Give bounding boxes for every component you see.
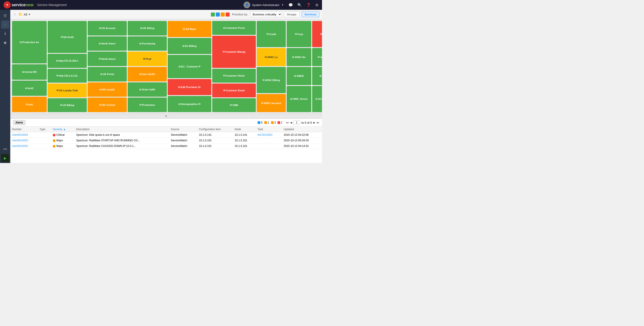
tile-amea-1[interactable]: ⛁AMEA (287, 67, 311, 85)
legend-blue-dot (258, 121, 260, 124)
tile-10-linear-cis[interactable]: ⛁10 Linear Cis (312, 86, 322, 112)
tile-apac-do[interactable]: ⛁APAC Do (287, 48, 311, 66)
tile-test2[interactable]: ⛁test2 (12, 81, 47, 96)
toolbar-right: Prioritize by: Business criticality Grou… (211, 12, 319, 17)
tile-apac-cu[interactable]: ⛁APAC Cu (312, 48, 322, 66)
tile-north-ameri-2[interactable]: ⛁North Ameri (88, 52, 127, 66)
tile-credit[interactable]: ⛁Credit (257, 21, 286, 47)
chat-icon[interactable]: 💬 (288, 3, 293, 7)
prioritize-label: Prioritize by: (232, 13, 248, 16)
tile-eu-customer-p[interactable]: ⛁EU - Customer P (168, 55, 211, 78)
tile-uk-custom[interactable]: ⛁UK Custom (88, 98, 127, 112)
back-button[interactable]: ↑ (13, 12, 16, 17)
cell-number[interactable]: Alert0010002 (10, 143, 38, 149)
cell-updated: 2015-10-13 04:22:06 (282, 132, 322, 138)
col-severity[interactable]: Severity ▲ (51, 127, 74, 132)
services-button[interactable]: Services (302, 12, 320, 17)
sidebar-play-icon[interactable]: ▶ (1, 154, 9, 162)
tile-cons[interactable]: ⛁Cons (312, 21, 322, 47)
tile-uk-portal[interactable]: ⛁UK Portal (88, 67, 127, 81)
tile-eu-billing[interactable]: ⛁EU Billing (168, 38, 211, 54)
col-node: Node (233, 127, 256, 132)
table-row: Alert0010004 Critical Spectrum: Disk quo… (10, 132, 322, 138)
tile-qa-audit[interactable]: ⛁QA Audit (48, 21, 87, 53)
tile-unix-server[interactable]: ⛁UNIX_Server (287, 86, 311, 112)
prev-page-button[interactable]: ◀ (290, 121, 292, 124)
sidebar-dots-icon[interactable]: ••• (1, 145, 9, 153)
tile-uk-loyalty[interactable]: ⛁UK Loyalty (88, 82, 127, 97)
tile-uk-billing[interactable]: ⛁UK Billing (128, 21, 167, 35)
tile-edit-purchase-or[interactable]: ⛁Edit Purchase Or (168, 79, 211, 95)
tile-http2[interactable]: ⛁http://10.1.0.112: (48, 69, 87, 83)
tile-crm[interactable]: ⛁CRM (212, 98, 256, 112)
severity-icon (53, 145, 56, 148)
table-row: Alert0010003 Major Spectrum: RadWare STA… (10, 138, 322, 143)
user-name: System Administrator (252, 3, 280, 7)
cell-number[interactable]: Alert0010004 (10, 132, 38, 138)
settings-icon[interactable]: ⚙ (315, 3, 318, 7)
tile-http1[interactable]: ⛁http://10.15.200.1 (48, 54, 87, 68)
sidebar-info-icon[interactable]: ℹ (1, 29, 9, 37)
first-page-button[interactable]: ⏮ (286, 121, 289, 124)
tile-customer-purch[interactable]: ⛁Customer Purch (212, 21, 256, 35)
alerts-header: Alerts 0 1 3 (10, 119, 322, 127)
tile-demographics-r[interactable]: ⛁Demographics R (168, 96, 211, 112)
user-dropdown-icon[interactable]: ▼ (281, 3, 284, 6)
user-info[interactable]: 👤 System Administrator ▼ (244, 1, 284, 8)
cell-task (256, 138, 282, 143)
tile-order-fullfil[interactable]: ⛁Order fullfil (128, 82, 167, 97)
tile-us-loyalty-club[interactable]: ⛁US Loyalty Club (48, 84, 87, 97)
cell-task[interactable]: INC0010002 (256, 132, 282, 138)
cell-node: 10.1.0.101 (233, 143, 256, 149)
logo[interactable]: ✦ servicenow (4, 1, 34, 8)
col-1: ⛁Production Au ⛁tomcat BS ⛁test2 ⛁test (12, 21, 47, 112)
tile-apac-billing[interactable]: ⛁APAC Billing (257, 67, 286, 93)
sidebar-circle-icon[interactable]: ◉ (1, 38, 9, 46)
tile-production-au[interactable]: ⛁Production Au (12, 21, 47, 63)
legend-red-dot (278, 121, 280, 124)
tile-tomcat-bs[interactable]: ⛁tomcat BS (12, 64, 47, 80)
page-input[interactable] (294, 120, 300, 125)
tile-production[interactable]: ⛁Production (128, 98, 167, 112)
severity-icon (53, 139, 56, 142)
legend-orange1-count: 1 (268, 121, 269, 124)
tile-apac-account[interactable]: ⛁APAC Account (257, 94, 286, 112)
tile-apac-lo[interactable]: ⛁APAC Lo (257, 48, 286, 66)
orange-dot[interactable] (221, 12, 225, 16)
next-page-button[interactable]: ▶ (313, 121, 315, 124)
last-page-button[interactable]: ⏭ (317, 121, 319, 124)
sidebar-filter-icon[interactable]: ☰ (1, 12, 9, 20)
col-config-item: Configuration item (197, 127, 233, 132)
search-icon[interactable]: 🔍 (298, 3, 302, 7)
groups-button[interactable]: Groups (284, 12, 300, 17)
tile-prod[interactable]: ⛁Prod (128, 52, 167, 66)
scroll-indicator[interactable]: ▼ (10, 114, 322, 118)
blue-dot[interactable] (216, 12, 220, 16)
app-header: ✦ servicenow Service Management 👤 System… (0, 0, 322, 10)
tile-customer-histor[interactable]: ⛁Customer Histor (212, 69, 256, 83)
alerts-tab-button[interactable]: Alerts (13, 120, 26, 125)
tile-us-billing[interactable]: ⛁US Billing (48, 98, 87, 112)
cell-number[interactable]: Alert0010003 (10, 138, 38, 143)
tile-test[interactable]: ⛁test (12, 97, 47, 112)
cell-type (38, 143, 51, 149)
tile-purchasing[interactable]: ⛁Purchasing (128, 36, 167, 51)
help-icon[interactable]: ❓ (306, 3, 311, 7)
tile-customer-email[interactable]: ⛁Customer Email (212, 84, 256, 97)
green-dot[interactable] (211, 12, 215, 16)
tile-amea-2[interactable]: ⛁AMEA (312, 67, 322, 85)
tile-user-verific[interactable]: ⛁User Verific (128, 67, 167, 81)
tile-corp[interactable]: ⛁Corp (287, 21, 311, 47)
all-dropdown[interactable]: 📁 All ▼ (18, 12, 31, 16)
tile-north-ameri-1[interactable]: ⛁North Ameri (88, 36, 127, 51)
tile-customer-manag[interactable]: ⛁Customer Manag (212, 36, 256, 68)
tile-all-major[interactable]: ☰All Major (168, 21, 211, 37)
prioritize-select[interactable]: Business criticality (250, 12, 282, 17)
cell-updated: 2015-10-13 04:14:34 (282, 143, 322, 149)
red-dot[interactable] (226, 12, 230, 16)
header-right: 👤 System Administrator ▼ 💬 🔍 ❓ ⚙ (244, 1, 318, 8)
tile-us-account[interactable]: ⛁US Account (88, 21, 127, 35)
legend-counts: 0 1 3 1 (258, 121, 282, 124)
cell-description: Spectrum: RadWare CHASSIS DOWN IP:10.0.1… (74, 143, 169, 149)
sidebar-home-icon[interactable]: ⌂ (1, 20, 9, 28)
